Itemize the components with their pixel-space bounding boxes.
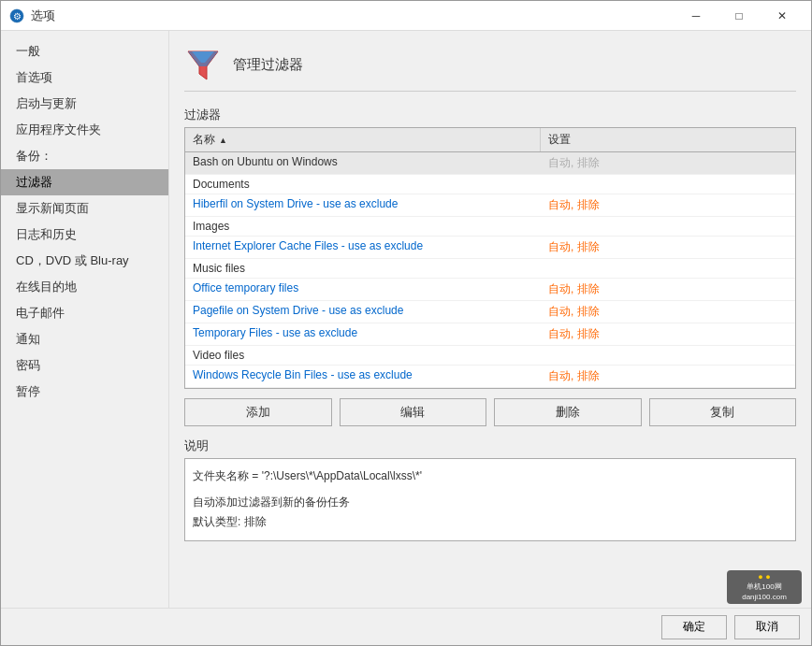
ok-button[interactable]: 确定: [661, 615, 727, 639]
sidebar-item-backup[interactable]: 备份：: [1, 143, 168, 169]
sidebar-item-general[interactable]: 一般: [1, 38, 168, 65]
table-row[interactable]: Windows Recycle Bin Files - use as exclu…: [185, 366, 795, 388]
action-buttons: 添加 编辑 删除 复制: [184, 398, 796, 426]
table-row[interactable]: Bash on Ubuntu on Windows自动, 排除: [185, 152, 795, 175]
filter-setting-cell: [541, 175, 795, 194]
filter-setting-cell: [541, 346, 795, 365]
add-button[interactable]: 添加: [184, 398, 332, 426]
filter-setting-cell: [541, 217, 795, 236]
sidebar-item-password[interactable]: 密码: [1, 352, 168, 379]
table-row[interactable]: Office temporary files自动, 排除: [185, 279, 795, 301]
table-row[interactable]: Pagefile on System Drive - use as exclud…: [185, 301, 795, 323]
description-line3: 默认类型: 排除: [193, 512, 788, 533]
sidebar-item-email[interactable]: 电子邮件: [1, 300, 168, 326]
window-body: 一般首选项启动与更新应用程序文件夹备份：过滤器显示新闻页面日志和历史CD，DVD…: [1, 31, 811, 608]
filter-name-cell: Hiberfil on System Drive - use as exclud…: [185, 194, 541, 216]
filter-name-cell: Music files: [185, 259, 541, 278]
bottom-bar: 确定 取消: [1, 608, 811, 645]
filter-name-cell: Bash on Ubuntu on Windows: [185, 152, 541, 174]
filter-label: 过滤器: [184, 107, 796, 123]
sidebar-item-log-history[interactable]: 日志和历史: [1, 222, 168, 248]
svg-text:⚙: ⚙: [13, 11, 22, 22]
delete-button[interactable]: 删除: [494, 398, 642, 426]
col-name-header[interactable]: 名称: [185, 128, 541, 151]
table-row[interactable]: Internet Explorer Cache Files - use as e…: [185, 237, 795, 259]
table-row[interactable]: Windows system files自动, 排除: [185, 388, 795, 389]
maximize-button[interactable]: □: [718, 1, 761, 31]
sidebar-item-online-dest[interactable]: 在线目的地: [1, 274, 168, 300]
description-line2: 自动添加过滤器到新的备份任务: [193, 493, 788, 513]
filter-setting-cell: 自动, 排除: [541, 301, 795, 323]
sidebar-item-notify[interactable]: 通知: [1, 326, 168, 352]
description-label: 说明: [184, 438, 796, 454]
sidebar: 一般首选项启动与更新应用程序文件夹备份：过滤器显示新闻页面日志和历史CD，DVD…: [1, 31, 169, 608]
filter-setting-cell: 自动, 排除: [541, 194, 795, 216]
edit-button[interactable]: 编辑: [340, 398, 487, 426]
sidebar-item-news[interactable]: 显示新闻页面: [1, 195, 168, 222]
filter-name-cell: Windows Recycle Bin Files - use as exclu…: [185, 366, 541, 387]
filter-name-cell: Windows system files: [185, 388, 541, 389]
filter-name-cell: Images: [185, 217, 541, 236]
filter-setting-cell: [541, 259, 795, 278]
sidebar-item-startup-update[interactable]: 启动与更新: [1, 91, 168, 117]
filter-table: 名称 设置 Bash on Ubuntu on Windows自动, 排除Doc…: [184, 127, 796, 389]
table-row[interactable]: Music files: [185, 259, 795, 279]
watermark: ● ● 单机100网 danji100.com: [727, 570, 802, 604]
window-icon: ⚙: [8, 7, 25, 24]
table-body: Bash on Ubuntu on Windows自动, 排除Documents…: [185, 152, 795, 389]
window-controls: ─ □ ✕: [674, 1, 804, 31]
sidebar-item-pause[interactable]: 暂停: [1, 379, 168, 405]
table-row[interactable]: Hiberfil on System Drive - use as exclud…: [185, 194, 795, 217]
table-row[interactable]: Temporary Files - use as exclude自动, 排除: [185, 323, 795, 346]
close-button[interactable]: ✕: [761, 1, 804, 31]
sidebar-item-cd-dvd[interactable]: CD，DVD 或 Blu-ray: [1, 248, 168, 274]
sidebar-item-preferences[interactable]: 首选项: [1, 65, 168, 91]
table-header: 名称 设置: [185, 128, 795, 152]
filter-name-cell: Internet Explorer Cache Files - use as e…: [185, 237, 541, 258]
description-line1: 文件夹名称 = '?:\Users\*\AppData\Local\lxss\*…: [193, 467, 788, 487]
filter-setting-cell: 自动, 排除: [541, 237, 795, 258]
sidebar-item-app-folder[interactable]: 应用程序文件夹: [1, 117, 168, 143]
filter-icon: [184, 46, 222, 83]
filter-setting-cell: 自动, 排除: [541, 323, 795, 345]
section-title: 管理过滤器: [233, 56, 303, 74]
filter-setting-cell: 自动, 排除: [541, 366, 795, 387]
filter-name-cell: Documents: [185, 175, 541, 194]
filter-name-cell: Office temporary files: [185, 279, 541, 300]
window-title: 选项: [31, 7, 674, 24]
table-row[interactable]: Documents: [185, 175, 795, 194]
minimize-button[interactable]: ─: [674, 1, 718, 31]
filter-name-cell: Pagefile on System Drive - use as exclud…: [185, 301, 541, 323]
filter-name-cell: Temporary Files - use as exclude: [185, 323, 541, 345]
cancel-button[interactable]: 取消: [734, 615, 800, 639]
filter-setting-cell: 自动, 排除: [541, 279, 795, 300]
table-row[interactable]: Video files: [185, 346, 795, 366]
description-box: 文件夹名称 = '?:\Users\*\AppData\Local\lxss\*…: [184, 458, 796, 541]
title-bar: ⚙ 选项 ─ □ ✕: [1, 1, 811, 31]
table-row[interactable]: Images: [185, 217, 795, 237]
section-header: 管理过滤器: [184, 46, 796, 92]
filter-setting-cell: 自动, 排除: [541, 152, 795, 174]
copy-button[interactable]: 复制: [649, 398, 797, 426]
main-panel: 管理过滤器 过滤器 名称 设置 Bash on Ubuntu on Window…: [169, 31, 811, 608]
col-setting-header: 设置: [541, 128, 795, 151]
filter-name-cell: Video files: [185, 346, 541, 365]
main-window: ⚙ 选项 ─ □ ✕ 一般首选项启动与更新应用程序文件夹备份：过滤器显示新闻页面…: [0, 0, 812, 646]
sidebar-item-filter[interactable]: 过滤器: [1, 169, 168, 195]
description-section: 说明 文件夹名称 = '?:\Users\*\AppData\Local\lxs…: [184, 438, 796, 541]
filter-setting-cell: 自动, 排除: [541, 388, 795, 389]
